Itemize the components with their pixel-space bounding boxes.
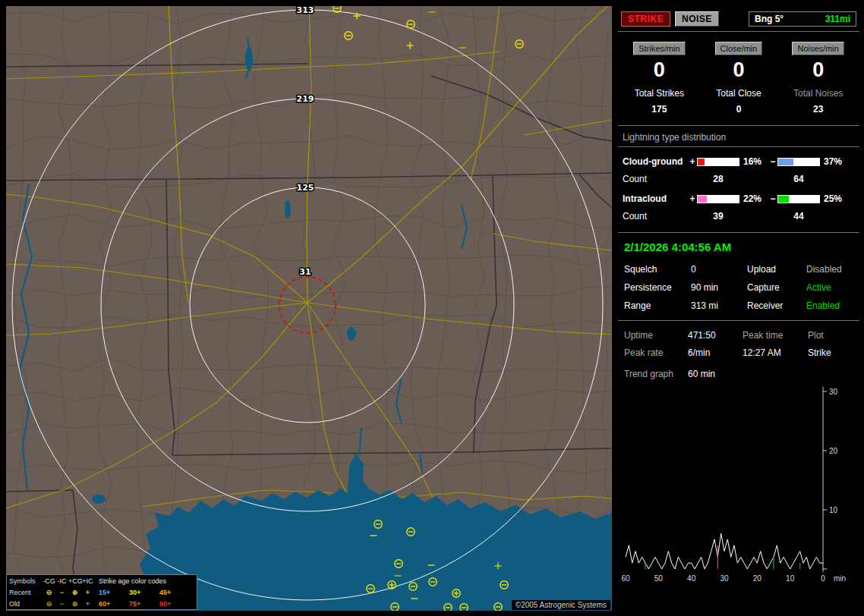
minus-icon: − — [55, 589, 68, 596]
svg-text:20: 20 — [829, 447, 838, 455]
peak-rate-value: 6/min — [688, 347, 743, 358]
total-strikes-value: 175 — [620, 104, 699, 115]
legend-old-row: Old ⊖ − ⊕ + 60+ 75+ 90+ — [7, 598, 197, 609]
legend-recent-label: Recent — [9, 589, 43, 596]
circle-minus-icon: ⊖ — [43, 589, 55, 596]
svg-text:0: 0 — [821, 574, 825, 583]
range-ring-label: 31 — [299, 267, 311, 277]
count-label: Count — [623, 211, 688, 222]
bearing-label: Bng 5° — [755, 14, 784, 24]
total-noises: Total Noises 23 — [778, 88, 858, 115]
cloud-ground-label: Cloud-ground — [623, 156, 688, 167]
count-label: Count — [623, 174, 688, 184]
counter-noises-per-min: Noises/min 0 — [778, 41, 858, 82]
setting-receiver-label: Receiver — [747, 300, 806, 311]
plus-sign: + — [688, 193, 697, 204]
settings-panel: Squelch 0 Upload Disabled Persistence 90… — [618, 255, 859, 320]
ic-positive-pct: 22% — [739, 193, 768, 204]
age-code: 60+ — [99, 600, 129, 608]
datetime-display: 2/1/2026 4:04:56 AM — [618, 233, 859, 255]
ic-negative-count: 44 — [777, 211, 820, 222]
strikes-per-min-label[interactable]: Strikes/min — [633, 42, 685, 55]
setting-range-label: Range — [624, 300, 691, 311]
svg-text:10: 10 — [786, 574, 795, 583]
noises-per-min-label[interactable]: Noises/min — [792, 42, 844, 55]
svg-text:min: min — [834, 574, 846, 583]
legend-col-neg-ic: -IC — [55, 577, 68, 585]
legend-symbols-label: Symbols — [9, 577, 43, 585]
svg-text:40: 40 — [687, 574, 696, 583]
peak-time-label: Peak time — [743, 330, 808, 341]
rate-counters: Strikes/min 0 Close/min 0 Noises/min 0 — [618, 32, 859, 82]
cg-positive-count: 28 — [697, 174, 739, 184]
age-code: 30+ — [129, 589, 159, 596]
totals: Total Strikes 175 Total Close 0 Total No… — [618, 82, 859, 125]
legend-col-neg-cg: -CG — [43, 577, 55, 585]
noise-mode-button[interactable]: NOISE — [675, 11, 719, 27]
svg-text:20: 20 — [753, 574, 762, 583]
circle-plus-icon: ⊕ — [68, 589, 81, 596]
peak-time-value: 12:27 AM — [743, 347, 808, 358]
total-noises-value: 23 — [778, 104, 858, 115]
ic-negative-bar — [777, 195, 820, 203]
mode-toolbar: STRIKE NOISE Bng 5° 311mi — [618, 6, 859, 31]
plot-label: Plot — [808, 330, 853, 341]
distribution-panel: Cloud-ground + 16% − 37% Count 28 64 Int… — [618, 147, 859, 232]
cg-negative-count: 64 — [777, 174, 820, 184]
counter-close-per-min: Close/min 0 — [699, 41, 779, 82]
cg-positive-pct: 16% — [739, 156, 768, 167]
close-per-min-label[interactable]: Close/min — [715, 42, 763, 55]
legend-col-pos-ic: +IC — [81, 577, 94, 585]
ic-positive-bar — [697, 195, 739, 203]
setting-persistence-value: 90 min — [691, 282, 747, 293]
legend-col-pos-cg: +CG — [68, 577, 81, 585]
circle-minus-icon: ⊖ — [43, 600, 55, 608]
age-code: 45+ — [159, 589, 190, 596]
setting-capture-label: Capture — [747, 282, 806, 293]
setting-squelch-value: 0 — [691, 264, 747, 275]
ic-negative-pct: 25% — [820, 193, 849, 204]
circle-plus-icon: ⊕ — [68, 600, 81, 608]
total-close-value: 0 — [699, 104, 779, 115]
setting-upload-label: Upload — [747, 264, 806, 275]
plot-value: Strike — [808, 347, 853, 358]
plus-icon: + — [81, 600, 94, 608]
setting-capture-status: Active — [806, 282, 853, 293]
intracloud-row: Intracloud + 22% − 25% — [618, 184, 859, 204]
age-code: 75+ — [129, 600, 159, 608]
trend-graph-window: 60 min — [688, 369, 853, 379]
range-ring-label: 219 — [297, 94, 314, 104]
trend-graph-panel: 3020106050403020100min — [618, 382, 859, 587]
strikes-per-min-value: 0 — [620, 58, 699, 82]
uptime-label: Uptime — [624, 330, 688, 341]
total-noises-label: Total Noises — [778, 88, 858, 99]
cg-negative-bar — [777, 158, 820, 166]
legend-header-row: Symbols -CG -IC +CG +IC Strike age color… — [7, 575, 197, 586]
svg-text:10: 10 — [829, 506, 838, 514]
legend-age-title: Strike age color codes — [94, 577, 194, 585]
setting-upload-status: Disabled — [806, 264, 853, 275]
strike-map[interactable]: 31321912531 Symbols -CG -IC +CG +IC Stri… — [6, 6, 612, 611]
bearing-readout: Bng 5° 311mi — [749, 11, 856, 27]
sidebar: STRIKE NOISE Bng 5° 311mi Strikes/min 0 … — [618, 6, 859, 610]
cloud-ground-row: Cloud-ground + 16% − 37% — [618, 147, 859, 167]
ic-positive-count: 39 — [697, 211, 739, 222]
range-ring-label: 125 — [297, 183, 314, 193]
legend-recent-ages: 15+ 30+ 45+ — [94, 589, 194, 596]
map-canvas: 31321912531 — [6, 6, 612, 611]
counter-strikes-per-min: Strikes/min 0 — [620, 41, 699, 82]
plus-sign: + — [688, 156, 697, 167]
cloud-ground-count-row: Count 28 64 — [618, 167, 859, 184]
uptime-value: 471:50 — [688, 330, 743, 341]
trend-graph-header: Trend graph 60 min — [618, 358, 859, 382]
strike-mode-button[interactable]: STRIKE — [621, 11, 670, 27]
legend-old-ages: 60+ 75+ 90+ — [94, 600, 194, 608]
svg-text:30: 30 — [720, 574, 729, 583]
plus-icon: + — [81, 589, 94, 596]
total-strikes-label: Total Strikes — [620, 88, 699, 99]
map-legend: Symbols -CG -IC +CG +IC Strike age color… — [6, 574, 197, 610]
setting-receiver-status: Enabled — [806, 300, 853, 311]
trend-graph-label: Trend graph — [624, 369, 688, 379]
age-code: 90+ — [159, 600, 190, 608]
intracloud-count-row: Count 39 44 — [618, 204, 859, 222]
